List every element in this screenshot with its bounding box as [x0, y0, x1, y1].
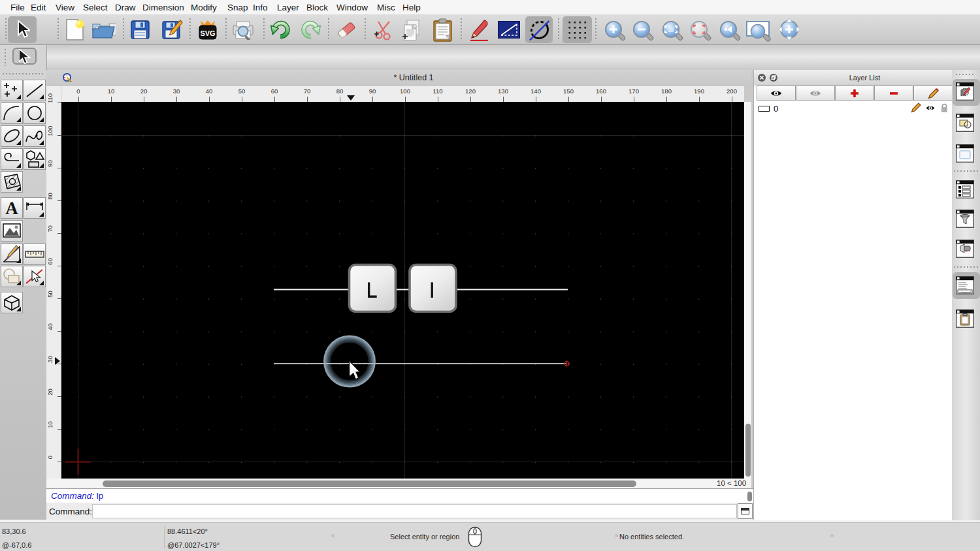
svg-text:A: A [5, 198, 18, 218]
svg-text:SVG: SVG [200, 29, 215, 37]
svg-text:command: command [959, 291, 971, 294]
